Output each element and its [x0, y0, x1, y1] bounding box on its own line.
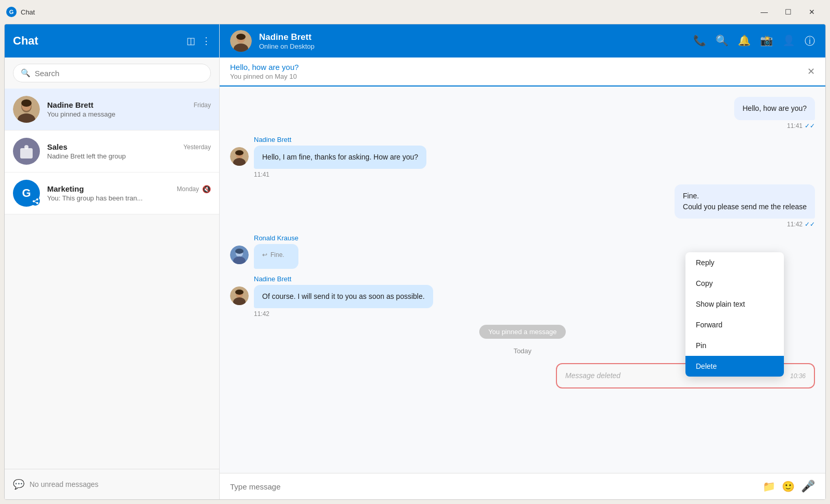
context-menu: Reply Copy Show plain text Forward Pin D… [685, 252, 784, 377]
chat-list: Nadine Brett Friday You pinned a message [5, 89, 219, 469]
msg-bubble-wrap-4: Ronald Krause ↩ Fine. [254, 234, 298, 269]
context-copy[interactable]: Copy [685, 273, 784, 294]
pinned-message-link[interactable]: Hello, how are you? [230, 63, 299, 71]
chat-item-name-nadine: Nadine Brett [47, 100, 93, 109]
sidebar-header: Chat ◫ ⋮ [5, 24, 219, 57]
search-chat-icon[interactable]: 🔍 [715, 34, 728, 48]
svg-point-22 [235, 249, 244, 254]
chat-area: Nadine Brett Online on Desktop 📞 🔍 🔔 📸 👤… [220, 24, 825, 499]
message-row-1: Hello, how are you? 11:41 ✓✓ [230, 97, 815, 129]
svg-point-14 [236, 34, 246, 40]
chat-header-name: Nadine Brett [259, 32, 686, 42]
chat-header-avatar [230, 30, 252, 52]
svg-point-4 [21, 99, 32, 107]
message-row-2: Nadine Brett Hello, I am fine, thanks fo… [230, 136, 815, 178]
footer-text: No unread messages [30, 480, 98, 488]
ronald-avatar [230, 246, 249, 264]
chat-header-status: Online on Desktop [259, 42, 686, 50]
search-icon: 🔍 [21, 68, 31, 78]
chat-item-nadine[interactable]: Nadine Brett Friday You pinned a message [5, 89, 219, 131]
mic-icon[interactable]: 🎤 [801, 480, 815, 493]
context-pin[interactable]: Pin [685, 335, 784, 356]
avatar-nadine [13, 96, 40, 123]
chat-item-preview-sales: Nadine Brett left the group [47, 152, 211, 160]
chat-header-info: Nadine Brett Online on Desktop [259, 32, 686, 50]
sidebar-footer: 💬 No unread messages [5, 469, 219, 499]
nadine-avatar-5 [230, 286, 249, 305]
view-icon[interactable]: 📸 [760, 34, 773, 48]
msg-time-5: 11:42 [254, 310, 433, 318]
msg-bubble-1: Hello, how are you? [734, 97, 815, 120]
context-show-plain[interactable]: Show plain text [685, 294, 784, 314]
message-row-3: Fine.Could you please send me the releas… [230, 184, 815, 228]
msg-avatar-nadine-2 [230, 147, 249, 166]
phone-icon[interactable]: 📞 [693, 34, 706, 48]
mute-icon: 🔇 [202, 185, 211, 193]
titlebar-controls: — ☐ ✕ [752, 4, 824, 20]
share-icon [33, 198, 38, 204]
chat-header: Nadine Brett Online on Desktop 📞 🔍 🔔 📸 👤… [220, 24, 825, 57]
context-delete[interactable]: Delete [685, 356, 784, 377]
chat-input-area: 📁 🙂 🎤 [220, 473, 825, 499]
window-title: Chat [21, 8, 35, 16]
chat-item-sales[interactable]: Sales Yesterday Nadine Brett left the gr… [5, 131, 219, 172]
chat-item-info-nadine: Nadine Brett Friday You pinned a message [47, 100, 211, 118]
msg-time-3: 11:42 ✓✓ [675, 221, 815, 228]
msg-text-2: Hello, I am fine, thanks for asking. How… [262, 153, 418, 161]
close-button[interactable]: ✕ [800, 4, 824, 20]
sidebar-header-icons: ◫ ⋮ [187, 35, 211, 47]
new-chat-icon[interactable]: ◫ [187, 35, 195, 47]
notification-icon[interactable]: 🔔 [738, 34, 751, 48]
info-icon[interactable]: ⓘ [805, 34, 815, 48]
nadine-avatar-2 [230, 147, 249, 166]
search-input[interactable] [35, 69, 203, 78]
minimize-button[interactable]: — [752, 4, 776, 20]
chat-item-info-sales: Sales Yesterday Nadine Brett left the gr… [47, 142, 211, 160]
msg-sender-2: Nadine Brett [254, 136, 426, 143]
msg-bubble-wrap-1: Hello, how are you? 11:41 ✓✓ [734, 97, 815, 129]
chat-item-time-nadine: Friday [194, 102, 211, 109]
chat-item-preview-marketing: You: This group has been tran... [47, 194, 211, 202]
msg-time-val-2: 11:41 [254, 171, 269, 178]
msg-bubble-wrap-2: Nadine Brett Hello, I am fine, thanks fo… [254, 136, 426, 178]
chat-item-time-sales: Yesterday [183, 143, 211, 151]
msg-time-2: 11:41 [254, 171, 426, 178]
app-container: Chat ◫ ⋮ 🔍 [4, 24, 826, 500]
more-options-icon[interactable]: ⋮ [202, 35, 211, 47]
maximize-button[interactable]: ☐ [776, 4, 800, 20]
context-forward[interactable]: Forward [685, 314, 784, 335]
system-msg-badge: You pinned a message [479, 325, 566, 339]
sales-group-icon [19, 144, 34, 159]
emoji-icon[interactable]: 🙂 [782, 480, 795, 493]
deleted-time: 10:36 [790, 371, 806, 381]
chat-item-name-sales: Sales [47, 142, 67, 151]
msg-time-1: 11:41 ✓✓ [734, 122, 815, 129]
chat-header-actions: 📞 🔍 🔔 📸 👤 ⓘ [693, 34, 815, 48]
pinned-banner-content: Hello, how are you? You pinned on May 10 [230, 63, 299, 80]
msg-bubble-3: Fine.Could you please send me the releas… [675, 184, 815, 219]
pinned-banner-sub: You pinned on May 10 [230, 73, 299, 80]
add-person-icon[interactable]: 👤 [782, 34, 795, 48]
message-input[interactable] [230, 482, 756, 491]
msg-bubble-2: Hello, I am fine, thanks for asking. How… [254, 146, 426, 169]
titlebar: G Chat — ☐ ✕ [0, 0, 830, 24]
reply-text: Fine. [270, 250, 284, 260]
pinned-close-icon[interactable]: ✕ [807, 66, 815, 77]
msg-text-5: Of course. I will send it to you as soon… [262, 292, 425, 300]
search-input-wrap: 🔍 [13, 64, 211, 82]
context-reply[interactable]: Reply [685, 252, 784, 273]
msg-time-val-5: 11:42 [254, 310, 269, 318]
msg-time-val-3: 11:42 [787, 221, 803, 228]
chat-item-top-sales: Sales Yesterday [47, 142, 211, 151]
chat-item-info-marketing: Marketing Monday 🔇 You: This group has b… [47, 184, 211, 202]
msg-bubble-wrap-5: Nadine Brett Of course. I will send it t… [254, 275, 433, 318]
pinned-banner: Hello, how are you? You pinned on May 10… [220, 57, 825, 87]
msg-bubble-wrap-3: Fine.Could you please send me the releas… [675, 184, 815, 228]
msg-time-val-1: 11:41 [787, 122, 803, 129]
svg-rect-5 [20, 148, 33, 159]
attach-icon[interactable]: 📁 [763, 480, 776, 493]
deleted-text: Message deleted [565, 370, 621, 381]
messages-area: Hello, how are you? 11:41 ✓✓ [220, 87, 825, 473]
app-icon: G [6, 7, 17, 17]
chat-item-marketing[interactable]: G Marketing [5, 172, 219, 214]
